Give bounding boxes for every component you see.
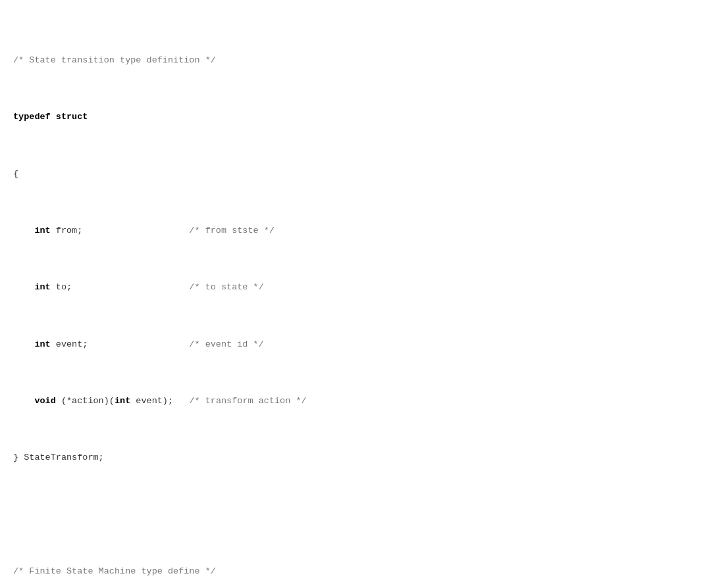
kw-int-3: int bbox=[34, 339, 50, 349]
kw-int-2: int bbox=[34, 282, 50, 292]
kw-int-4: int bbox=[115, 396, 130, 406]
kw-void-1: void bbox=[34, 396, 55, 406]
line-7: void (*action)(int event); /* transform … bbox=[13, 394, 692, 408]
line-1: /* State transition type definition */ bbox=[13, 53, 692, 68]
line-9-blank bbox=[13, 508, 692, 522]
line-10: /* Finite State Machine type define */ bbox=[13, 564, 692, 579]
comment-1: /* State transition type definition */ bbox=[13, 55, 216, 65]
line-6: int event; /* event id */ bbox=[13, 337, 692, 352]
line-3: { bbox=[13, 167, 692, 182]
comment-action: /* transform action */ bbox=[189, 396, 306, 406]
comment-from: /* from stste */ bbox=[189, 226, 274, 235]
line-4: int from; /* from stste */ bbox=[13, 224, 692, 238]
line-2: typedef struct bbox=[13, 110, 692, 124]
kw-int-1: int bbox=[34, 226, 50, 235]
comment-event: /* event id */ bbox=[189, 339, 263, 349]
line-8: } StateTransform; bbox=[13, 451, 692, 465]
comment-fsm: /* Finite State Machine type define */ bbox=[13, 566, 216, 576]
line-5: int to; /* to state */ bbox=[13, 280, 692, 295]
comment-to: /* to state */ bbox=[189, 282, 263, 292]
kw-typedef-1: typedef struct bbox=[13, 112, 88, 122]
code-container: /* State transition type definition */ t… bbox=[13, 11, 692, 588]
